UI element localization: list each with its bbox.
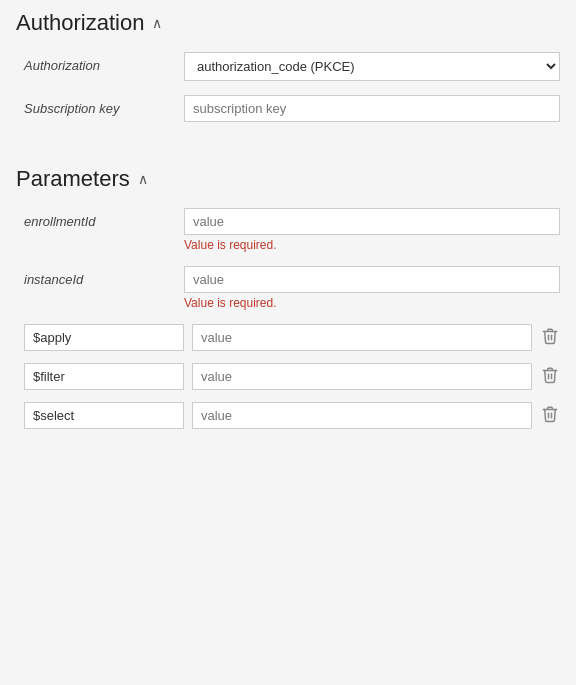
enrollment-id-input[interactable] [184, 208, 560, 235]
instance-id-row: instanceId Value is required. [16, 266, 560, 310]
subscription-key-row: Subscription key [16, 95, 560, 122]
apply-param-row [16, 324, 560, 351]
parameters-section-header: Parameters ∧ [16, 166, 560, 192]
section-divider [16, 136, 560, 166]
authorization-type-row: Authorization authorization_code (PKCE) … [16, 52, 560, 81]
parameters-title: Parameters [16, 166, 130, 192]
filter-param-row [16, 363, 560, 390]
select-value-input[interactable] [192, 402, 532, 429]
filter-delete-icon[interactable] [540, 366, 560, 388]
parameters-chevron-icon[interactable]: ∧ [138, 171, 148, 187]
instance-id-input[interactable] [184, 266, 560, 293]
parameters-section: Parameters ∧ enrollmentId Value is requi… [16, 166, 560, 429]
authorization-section: Authorization ∧ Authorization authorizat… [16, 10, 560, 122]
authorization-type-label: Authorization [24, 52, 184, 73]
select-key-input[interactable] [24, 402, 184, 429]
subscription-key-label: Subscription key [24, 95, 184, 116]
instance-id-control: Value is required. [184, 266, 560, 310]
instance-id-error: Value is required. [184, 296, 560, 310]
enrollment-id-control: Value is required. [184, 208, 560, 252]
select-delete-icon[interactable] [540, 405, 560, 427]
select-param-row [16, 402, 560, 429]
subscription-key-control [184, 95, 560, 122]
authorization-type-control: authorization_code (PKCE) client_credent… [184, 52, 560, 81]
trash-svg-apply [541, 327, 559, 345]
authorization-section-header: Authorization ∧ [16, 10, 560, 36]
subscription-key-input[interactable] [184, 95, 560, 122]
trash-svg-filter [541, 366, 559, 384]
instance-id-label: instanceId [24, 266, 184, 287]
trash-svg-select [541, 405, 559, 423]
apply-value-input[interactable] [192, 324, 532, 351]
filter-value-input[interactable] [192, 363, 532, 390]
authorization-chevron-icon[interactable]: ∧ [152, 15, 162, 31]
enrollment-id-label: enrollmentId [24, 208, 184, 229]
apply-delete-icon[interactable] [540, 327, 560, 349]
filter-key-input[interactable] [24, 363, 184, 390]
authorization-title: Authorization [16, 10, 144, 36]
apply-key-input[interactable] [24, 324, 184, 351]
authorization-type-select[interactable]: authorization_code (PKCE) client_credent… [184, 52, 560, 81]
enrollment-id-row: enrollmentId Value is required. [16, 208, 560, 252]
enrollment-id-error: Value is required. [184, 238, 560, 252]
